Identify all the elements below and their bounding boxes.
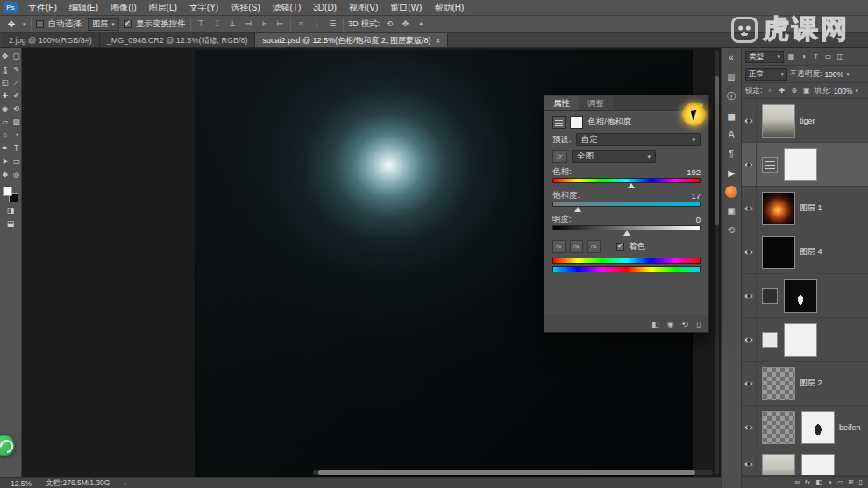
align-vcenter-icon[interactable]: ⌶ — [211, 18, 223, 30]
eye-icon[interactable] — [744, 162, 753, 167]
clone-stamp-tool-icon[interactable]: ◉ — [0, 104, 10, 114]
layer-row-tiger[interactable]: tiger — [742, 99, 868, 143]
blur-tool-icon[interactable]: ○ — [0, 131, 10, 140]
zoom-level[interactable]: 12.5% — [11, 479, 32, 488]
layer-thumbnail[interactable] — [762, 104, 795, 138]
lightness-value[interactable]: 0 — [696, 215, 701, 224]
visibility-cell[interactable] — [742, 230, 757, 273]
zoom-tool-icon[interactable]: ◎ — [11, 170, 21, 180]
filter-adjustment-icon[interactable]: ◑ — [799, 52, 808, 62]
layer-style-icon[interactable]: fx — [805, 477, 810, 488]
document-tab-1[interactable]: 2.jpg @ 100%(RGB/8#) — [2, 33, 100, 47]
screen-mode-icon[interactable]: ⬓ — [7, 219, 15, 228]
clip-to-layer-icon[interactable]: ◧ — [651, 320, 659, 329]
eye-icon[interactable] — [744, 381, 753, 386]
reset-icon[interactable]: ⟲ — [682, 320, 689, 329]
hue-value[interactable]: 192 — [687, 167, 701, 177]
tab-properties[interactable]: 属性 — [544, 96, 579, 110]
eye-icon[interactable] — [744, 294, 753, 299]
menu-edit[interactable]: 编辑(E) — [63, 0, 104, 16]
collapse-panels-icon[interactable]: « — [725, 51, 738, 64]
eye-icon[interactable] — [744, 425, 753, 430]
3d-slide-icon[interactable]: ⌖ — [416, 18, 427, 30]
layer-mask-thumbnail[interactable] — [784, 279, 817, 313]
navigator-panel-icon[interactable]: ▥ — [725, 70, 738, 83]
layer-row-masked-dark[interactable] — [742, 274, 868, 318]
lock-pixels-icon[interactable]: ✚ — [777, 86, 786, 96]
hue-track[interactable] — [552, 178, 701, 188]
align-hcenter-icon[interactable]: ⊦ — [259, 18, 270, 30]
chevron-down-icon[interactable]: ▾ — [846, 71, 850, 78]
preset-dropdown[interactable]: 自定 ▾ — [576, 133, 701, 146]
menu-filter[interactable]: 滤镜(T) — [267, 0, 308, 16]
lasso-tool-icon[interactable]: ʓ — [0, 65, 10, 74]
visibility-cell[interactable] — [742, 143, 757, 186]
align-left-icon[interactable]: ⊣ — [243, 18, 254, 30]
align-bottom-icon[interactable]: ⊥ — [227, 18, 238, 30]
horizontal-scrollbar-handle[interactable] — [318, 470, 695, 475]
filter-smart-object-icon[interactable]: ◫ — [836, 52, 845, 62]
visibility-cell[interactable] — [742, 274, 757, 317]
visibility-cell[interactable] — [742, 362, 757, 405]
menu-3d[interactable]: 3D(D) — [307, 0, 343, 16]
lightness-track[interactable] — [552, 225, 701, 236]
menu-help[interactable]: 帮助(H) — [428, 0, 470, 16]
eye-icon[interactable] — [744, 206, 753, 211]
visibility-cell[interactable] — [742, 318, 757, 361]
targeted-adjustment-icon[interactable]: ☞ — [552, 150, 567, 163]
foreground-color-swatch[interactable] — [3, 187, 12, 196]
auto-select-dropdown[interactable]: 图层 ▾ — [88, 18, 119, 31]
align-top-icon[interactable]: ⊤ — [196, 18, 207, 30]
vertical-scrollbar-handle[interactable] — [715, 76, 719, 225]
saturation-slider-thumb[interactable] — [574, 207, 581, 212]
layer-row-layer4[interactable]: 图层 4 — [742, 230, 868, 274]
layer-thumbnail-small[interactable] — [762, 288, 778, 304]
eyedropper-set-icon[interactable]: ✑ — [552, 240, 566, 253]
color-panel-icon[interactable]: ● — [725, 186, 737, 198]
colorize-checkbox[interactable] — [616, 243, 624, 251]
eye-icon[interactable] — [744, 250, 753, 255]
tool-preset-arrow-icon[interactable]: ▾ — [23, 21, 26, 28]
layer-mask-thumbnail[interactable] — [784, 148, 817, 181]
layer-mask-thumbnail[interactable] — [801, 411, 835, 444]
gradient-tool-icon[interactable]: ▧ — [11, 117, 21, 127]
eyedropper-subtract-icon[interactable]: ✑ — [587, 240, 601, 253]
layer-mask-thumbnail[interactable] — [784, 323, 817, 357]
visibility-cell[interactable] — [742, 187, 757, 230]
menu-layer[interactable]: 图层(L) — [143, 0, 183, 16]
eye-icon[interactable] — [744, 118, 753, 124]
visibility-cell[interactable] — [742, 454, 757, 475]
actions-panel-icon[interactable]: ▶ — [725, 166, 738, 180]
chevron-down-icon[interactable]: ▾ — [856, 88, 859, 95]
distribute-vcenter-icon[interactable]: ⋮ — [311, 18, 323, 30]
document-tab-2[interactable]: _MG_0948.CR2 @ 12.5%(精修, RGB/8) — [100, 33, 256, 47]
filter-pixel-icon[interactable]: ▦ — [786, 52, 796, 62]
hue-slider-thumb[interactable] — [628, 183, 635, 188]
visibility-cell[interactable] — [742, 406, 757, 449]
menu-type[interactable]: 文字(Y) — [183, 0, 224, 16]
character-panel-icon[interactable]: A — [725, 128, 738, 141]
history-brush-tool-icon[interactable]: ⟲ — [11, 104, 21, 114]
eyedropper-add-icon[interactable]: ✑ — [570, 240, 583, 253]
dodge-tool-icon[interactable]: ◔ — [11, 131, 21, 140]
layer-thumbnail[interactable] — [762, 236, 795, 269]
opacity-value[interactable]: 100% — [824, 70, 843, 79]
filter-shape-icon[interactable]: ▭ — [823, 52, 833, 62]
styles-panel-icon[interactable]: ▣ — [725, 204, 738, 217]
layer-mask-thumbnail[interactable] — [801, 454, 835, 476]
document-tab-3-active[interactable]: sucai2.psd @ 12.5%(色相/饱和度 2, 图层蒙版/8) × — [255, 33, 448, 47]
eye-icon[interactable] — [744, 337, 753, 343]
link-layers-icon[interactable]: ∞ — [794, 477, 800, 488]
layer-row-beifen[interactable]: beifen — [742, 406, 868, 449]
shape-tool-icon[interactable]: ▭ — [11, 157, 21, 166]
show-transform-checkbox[interactable] — [124, 20, 132, 28]
saturation-value[interactable]: 17 — [691, 191, 701, 201]
align-right-icon[interactable]: ⊢ — [274, 18, 286, 30]
3d-pan-icon[interactable]: ✥ — [400, 18, 411, 30]
marquee-tool-icon[interactable]: ▢ — [11, 52, 21, 61]
new-layer-icon[interactable]: ⊞ — [848, 477, 854, 488]
delete-layer-icon[interactable]: ▯ — [859, 477, 863, 488]
vertical-scrollbar[interactable] — [715, 50, 719, 474]
visibility-toggle-icon[interactable]: ◉ — [667, 320, 674, 329]
filter-type-icon[interactable]: T — [811, 52, 821, 62]
